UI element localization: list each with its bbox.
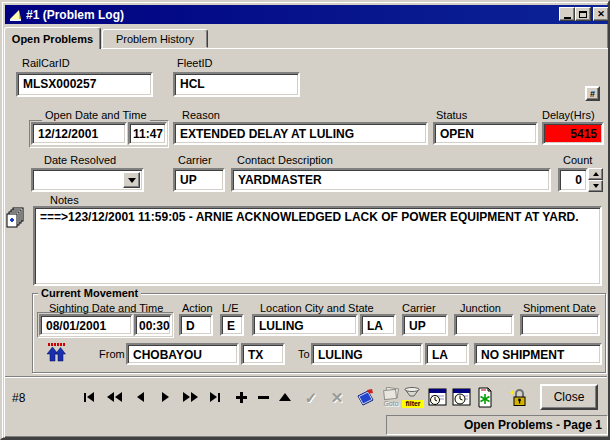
count-stepper[interactable] [588,168,603,192]
first-arrow-icon [87,392,94,402]
add-note-icon [5,207,25,229]
next-record-button[interactable] [154,386,176,408]
sighting-datetime-label: Sighting Date and Time [49,302,163,314]
shipment-status-field[interactable]: NO SHIPMENT [474,343,602,365]
le-field[interactable]: E [220,314,244,336]
lock-button[interactable] [508,386,530,408]
location-state-field[interactable]: LA [360,314,396,336]
contact-description-label: Contact Description [237,154,333,166]
route-button[interactable] [45,341,67,363]
add-record-button[interactable] [230,386,252,408]
first-icon [84,393,86,402]
tab-problem-history[interactable]: Problem History [102,29,208,48]
history-grid-2-button[interactable] [450,386,472,408]
minimize-button[interactable] [559,7,575,21]
delay-hours-label: Delay(Hrs) [542,109,595,121]
record-number: #8 [12,391,25,405]
close-button[interactable]: Close [540,384,598,410]
goto-caption: Goto [380,400,402,408]
date-resolved-dropdown-button[interactable] [123,172,140,188]
to-label: To [298,348,310,360]
carrier-field[interactable]: UP [173,168,225,192]
lock-icon [509,387,529,408]
new-document-button[interactable] [474,386,496,408]
app-logo-icon [8,8,22,22]
maximize-button[interactable] [575,7,591,21]
history-grid-icon [427,387,448,408]
last-record-button[interactable] [204,386,226,408]
tab-open-problems[interactable]: Open Problems [4,27,101,49]
post-edit-button[interactable]: ✓ [300,386,322,408]
last-arrow-icon [210,392,217,402]
date-resolved-label: Date Resolved [44,154,116,166]
shipment-date-label: Shipment Date [523,302,596,314]
close-window-button[interactable]: ✕ [593,7,609,21]
fast-next-button[interactable] [179,386,201,408]
book-icon [355,387,376,408]
hash-button[interactable]: # [585,86,600,101]
filter-button[interactable]: filter [402,386,424,408]
next-icon [162,392,169,402]
problem-log-window: #1 (Problem Log) ✕ Open Problems Problem… [0,0,610,440]
contact-description-field[interactable]: YARDMASTER [231,168,551,192]
from-label: From [99,348,125,360]
railcar-id-label: RailCarID [22,57,70,69]
sighting-date-field[interactable]: 08/01/2001 [39,314,133,336]
cancel-icon: ✕ [331,390,344,405]
fast-prev-button[interactable] [103,386,125,408]
edit-record-button[interactable] [274,386,296,408]
le-label: L/E [222,302,239,314]
prev-arrow-icon [107,392,114,402]
fleet-id-field[interactable]: HCL [173,72,300,97]
movement-carrier-field[interactable]: UP [402,314,448,336]
action-field[interactable]: D [179,314,213,336]
open-date-field[interactable]: 12/12/2001 [31,122,127,145]
delay-hours-field[interactable]: 5415 [542,122,604,145]
status-field[interactable]: OPEN [433,122,538,145]
to-city-field[interactable]: LULING [311,343,423,365]
filter-caption: filter [402,400,424,408]
title-bar: #1 (Problem Log) [5,5,609,24]
to-state-field[interactable]: LA [425,343,469,365]
add-note-button[interactable] [4,207,26,229]
goto-button[interactable]: Goto [380,386,402,408]
check-icon: ✓ [305,390,318,405]
history-grid-button[interactable] [426,386,448,408]
toolbar-separator [5,376,607,378]
new-document-icon [475,387,495,408]
cancel-edit-button[interactable]: ✕ [326,386,348,408]
sighting-time-field[interactable]: 00:30 [134,314,172,336]
count-field[interactable]: 0 [558,168,588,192]
junction-label: Junction [460,302,501,314]
reason-label: Reason [182,109,220,121]
railcar-id-field[interactable]: MLSX000257 [16,72,153,97]
from-state-field[interactable]: TX [241,343,285,365]
open-time-field[interactable]: 11:47 [128,122,167,145]
tab-problem-history-label: Problem History [116,33,194,45]
history-grid-2-icon [451,387,472,408]
location-city-field[interactable]: LULING [252,314,358,336]
open-datetime-label: Open Date and Time [42,109,150,121]
filter-icon [403,387,423,400]
carrier-label: Carrier [178,154,212,166]
date-resolved-combobox[interactable] [31,168,144,192]
stepper-up-button[interactable] [588,168,603,180]
status-label: Status [436,109,467,121]
reason-field[interactable]: EXTENDED DELAY AT LULING [173,122,428,145]
triangle-down-icon [593,184,599,188]
goto-icon [381,387,401,401]
triangle-up-icon [593,172,599,176]
junction-field[interactable] [454,314,514,336]
notebook-button[interactable] [354,386,376,408]
status-bar-panel: Open Problems - Page 1 [386,415,608,435]
shipment-date-field[interactable] [520,314,600,336]
notes-textarea[interactable]: ===>123/12/2001 11:59:05 - ARNIE ACKNOWL… [33,206,602,286]
first-record-button[interactable] [78,386,100,408]
delete-record-button[interactable] [252,386,274,408]
prev-record-button[interactable] [129,386,151,408]
plus-icon [236,392,247,403]
stepper-down-button[interactable] [588,180,603,192]
triangle-up-icon [279,393,291,401]
route-track-icon [45,341,67,363]
from-city-field[interactable]: CHOBAYOU [126,343,239,365]
